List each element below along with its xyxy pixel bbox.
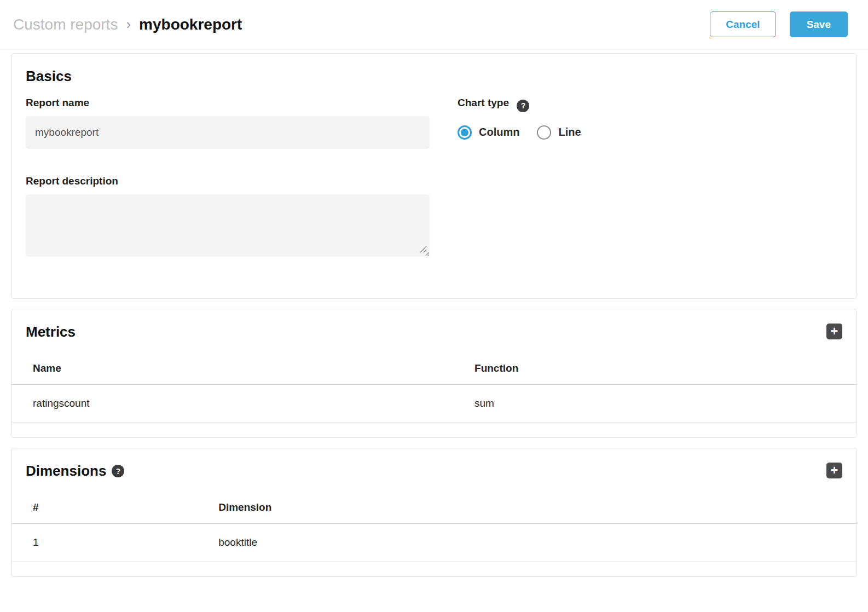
- dimensions-title-row: Dimensions ?: [26, 463, 124, 480]
- metrics-card: Metrics + Name Function ratingscount sum: [11, 309, 857, 438]
- header-actions: Cancel Save: [710, 11, 848, 37]
- add-metric-button[interactable]: +: [826, 324, 842, 339]
- report-editor: Basics Report name Report description Ch…: [0, 49, 868, 598]
- report-description-input[interactable]: [26, 194, 430, 257]
- metrics-title-row: Metrics: [26, 324, 76, 340]
- dimensions-card-header: Dimensions ? +: [11, 448, 857, 480]
- report-name-label: Report name: [26, 97, 430, 109]
- dimensions-title: Dimensions: [26, 463, 106, 480]
- dimensions-col-index: #: [11, 494, 207, 524]
- metric-name-cell: ratingscount: [11, 385, 464, 423]
- dimension-index-cell: 1: [11, 524, 207, 562]
- basics-title: Basics: [26, 68, 842, 85]
- dimensions-table: # Dimension 1 booktitle: [11, 494, 857, 562]
- metrics-table: Name Function ratingscount sum: [11, 355, 857, 423]
- dimensions-header-row: # Dimension: [11, 494, 857, 524]
- dimension-name-cell: booktitle: [207, 524, 857, 562]
- chart-type-header: Chart type ?: [458, 97, 581, 112]
- chart-type-help-icon[interactable]: ?: [517, 100, 529, 112]
- add-dimension-button[interactable]: +: [826, 463, 842, 478]
- chart-type-column-label: Column: [479, 126, 519, 138]
- cancel-button[interactable]: Cancel: [710, 11, 776, 37]
- basics-left-column: Report name Report description: [26, 97, 430, 257]
- chart-type-column-radio[interactable]: Column: [458, 125, 519, 140]
- metric-function-cell: sum: [464, 385, 857, 423]
- chevron-right-icon: ›: [126, 16, 131, 33]
- report-description-wrap: [26, 194, 430, 257]
- metrics-title: Metrics: [26, 324, 76, 340]
- radio-selected-icon: [458, 125, 472, 140]
- basics-right-column: Chart type ? Column Line: [458, 97, 581, 257]
- chart-type-line-label: Line: [558, 126, 581, 138]
- dimension-row[interactable]: 1 booktitle: [11, 524, 857, 562]
- dimensions-col-dimension: Dimension: [207, 494, 857, 524]
- basics-grid: Report name Report description Chart typ…: [26, 97, 842, 257]
- metrics-header-row: Name Function: [11, 355, 857, 385]
- breadcrumb-current: mybookreport: [139, 16, 242, 33]
- metric-row[interactable]: ratingscount sum: [11, 385, 857, 423]
- chart-type-line-radio[interactable]: Line: [537, 125, 581, 140]
- basics-card: Basics Report name Report description Ch…: [11, 53, 857, 299]
- radio-unselected-icon: [537, 125, 551, 140]
- dimensions-help-icon[interactable]: ?: [112, 465, 124, 477]
- metrics-col-function: Function: [464, 355, 857, 385]
- save-button[interactable]: Save: [790, 11, 848, 37]
- metrics-card-header: Metrics +: [11, 309, 857, 340]
- breadcrumb-parent[interactable]: Custom reports: [13, 16, 118, 33]
- breadcrumb: Custom reports › mybookreport: [13, 16, 242, 33]
- report-name-input[interactable]: [26, 116, 430, 149]
- metrics-col-name: Name: [11, 355, 464, 385]
- report-description-label: Report description: [26, 175, 430, 187]
- dimensions-card: Dimensions ? + # Dimension 1 booktitle: [11, 448, 857, 577]
- chart-type-radio-group: Column Line: [458, 125, 581, 140]
- top-bar: Custom reports › mybookreport Cancel Sav…: [0, 0, 868, 49]
- chart-type-label: Chart type: [458, 97, 509, 108]
